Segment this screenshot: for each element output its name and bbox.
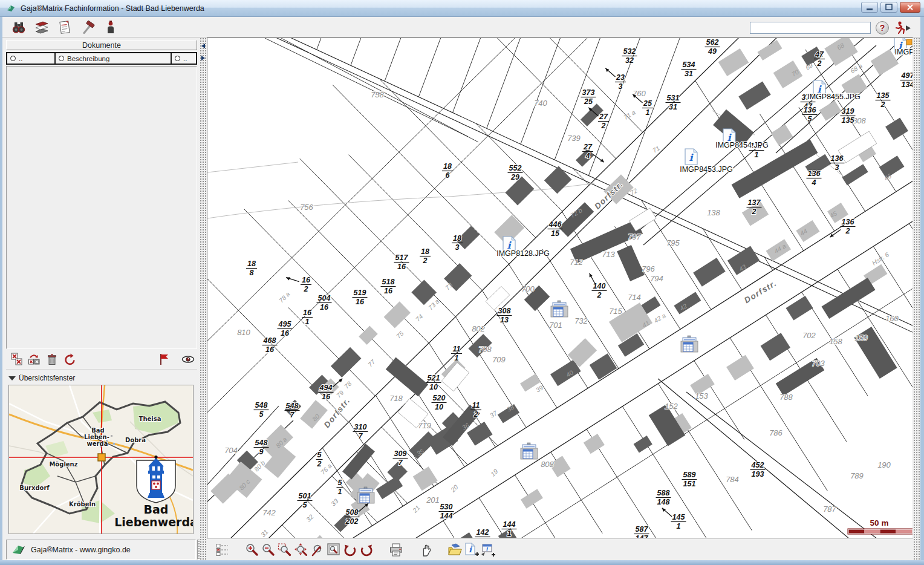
documents-column-headers: .. Beschreibung .. [6,52,197,65]
crest-text-line2: Liebenwerda [114,515,193,529]
search-button[interactable] [7,18,30,36]
svg-text:145: 145 [672,513,686,521]
print-icon [388,543,404,557]
redo-button[interactable] [358,541,374,558]
eye-icon [180,352,196,367]
add-link-button[interactable]: i [480,541,496,558]
parcel-number: 719 [418,421,431,430]
transfer-document-button[interactable] [27,352,42,368]
parcel-number: 795 [666,238,680,247]
column-header-description[interactable]: Beschreibung [56,53,171,64]
svg-text:4: 4 [585,152,590,160]
map-canvas[interactable]: 68697068 a71 a717272 b7373 a7475777878 a… [207,38,913,538]
help-button[interactable]: ? [876,21,889,34]
parcel-number: 160 [885,314,899,323]
open-folder-button[interactable] [447,541,463,558]
map-corner-marker [906,39,912,45]
svg-text:13: 13 [500,316,509,324]
svg-text:27: 27 [583,143,593,151]
zoom-extent-button[interactable] [325,541,342,558]
zoom-free-icon [294,543,308,557]
parcel-fraction: 530144 [439,503,454,520]
panel-splitter[interactable] [200,38,207,560]
tools-button[interactable] [76,18,99,36]
svg-text:521: 521 [428,374,440,382]
layers-button[interactable] [30,18,53,36]
parcel-number: 715 [609,307,622,316]
overview-section-header[interactable]: Übersichtsfenster [8,374,75,382]
photo-marker-label: IMGP845 [895,48,913,56]
document-marker[interactable] [551,301,568,317]
add-info-icon: i [464,542,480,558]
svg-text:135: 135 [842,116,855,125]
parcel-number: 138 [707,208,720,217]
document-marker[interactable] [681,336,698,352]
svg-text:202: 202 [345,517,359,526]
document-marker[interactable] [357,487,374,503]
svg-text:11: 11 [453,345,461,353]
visibility-button[interactable] [180,352,196,368]
undo-button[interactable] [342,541,358,558]
svg-text:1: 1 [677,522,681,531]
pan-button[interactable] [417,541,434,558]
window-border-right [920,17,924,560]
delete-button[interactable] [45,352,60,368]
zoom-in-button[interactable] [244,541,260,558]
parcel-number: 789 [850,471,864,480]
svg-text:10: 10 [429,383,438,391]
gingko-logo-icon [11,544,26,556]
svg-text:193: 193 [752,470,764,478]
report-button[interactable] [53,18,76,36]
exit-runner-icon[interactable] [894,20,912,36]
svg-text:309: 309 [394,449,407,458]
photo-marker-label: IMGP8128.JPG [496,249,550,258]
column-header-select[interactable]: .. [7,53,54,64]
zoom-free-button[interactable] [293,541,309,558]
remove-document-button[interactable] [10,352,25,368]
maximize-button[interactable] [880,2,897,13]
parcel-number: 704 [224,446,238,455]
documents-list[interactable] [6,66,197,349]
svg-text:2: 2 [473,410,478,419]
svg-text:2: 2 [304,285,308,293]
quick-search-input[interactable] [750,22,871,34]
overview-map[interactable]: TheisaDobraBadLieben-werdaMöglenzBurxdor… [8,385,194,534]
parcel-number: 709 [492,355,506,364]
svg-text:136: 136 [831,154,844,163]
window-border-bottom [0,560,924,565]
parcel-number: 758 [371,90,384,99]
scale-label: 50 m [870,518,889,527]
svg-text:519: 519 [354,289,366,297]
minimize-button[interactable] [861,2,878,13]
parcel-number: 701 [549,321,562,330]
app-logo-icon [6,4,16,13]
zoom-window-button[interactable] [276,541,293,558]
svg-text:7: 7 [359,432,363,440]
extent-marker[interactable] [98,454,105,461]
column-header-extra[interactable]: .. [172,53,196,64]
svg-text:16: 16 [303,309,312,317]
window-titlebar[interactable]: Gaja®Matrix Fachinformation - Stadt Bad … [0,0,924,17]
pan-hand-icon [418,543,433,557]
reload-button[interactable] [63,352,79,368]
svg-text:25: 25 [643,99,652,108]
zoom-arrow-button[interactable] [309,541,325,558]
svg-text:319: 319 [842,107,854,116]
zoom-out-button[interactable] [260,541,276,558]
parcel-number: 152 [665,402,678,411]
print-button[interactable] [388,541,404,558]
svg-text:134: 134 [902,80,913,89]
svg-text:588: 588 [657,489,670,497]
documents-actions [6,351,197,370]
add-info-button[interactable]: i [463,541,480,558]
flag-button[interactable] [157,352,173,368]
parcel-number: 740 [534,99,547,108]
svg-text:5: 5 [259,410,264,419]
overview-label: Übersichtsfenster [19,374,75,382]
session-button[interactable] [99,18,122,36]
document-marker[interactable] [521,443,538,459]
undo-icon [343,543,357,557]
close-button[interactable] [900,2,920,13]
parcel-number: 713 [602,250,615,259]
legend-button[interactable] [214,541,230,558]
